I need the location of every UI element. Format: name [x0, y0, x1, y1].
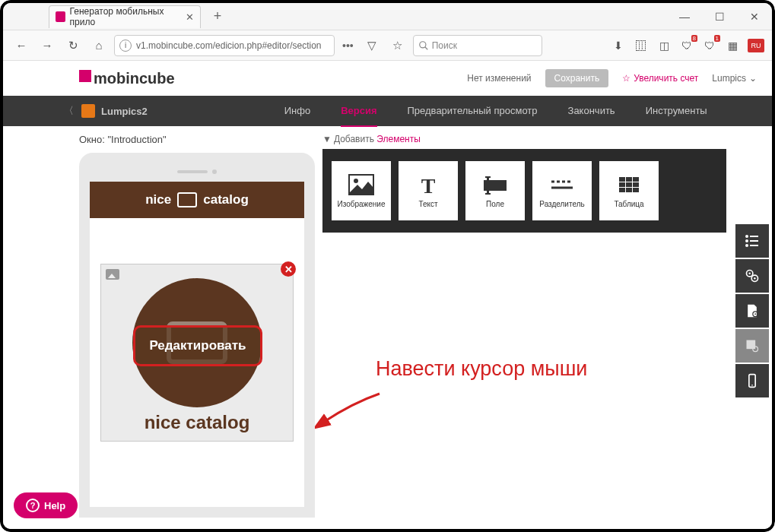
logo-text: mobincube: [94, 70, 175, 87]
header-logo-icon: [177, 192, 197, 207]
svg-point-24: [748, 272, 751, 274]
svg-rect-20: [750, 240, 758, 242]
tab-favicon: [56, 11, 65, 22]
bookmark-star-icon[interactable]: ☆: [387, 35, 408, 56]
star-icon: ☆: [622, 73, 630, 84]
app-header: mobincube Нет изменений Сохранить ☆Увели…: [3, 61, 772, 96]
svg-rect-13: [633, 182, 639, 187]
library-icon[interactable]: ⿲: [634, 38, 649, 53]
downloads-icon[interactable]: ⬇: [611, 38, 626, 53]
page-actions-icon[interactable]: •••: [342, 40, 354, 52]
sidebar-icon[interactable]: ◫: [656, 38, 672, 53]
window-minimize-icon[interactable]: —: [667, 3, 702, 30]
element-field[interactable]: Поле: [465, 161, 525, 220]
app-preview-header: nice catalog: [90, 182, 304, 218]
ext-lang-icon[interactable]: RU: [748, 39, 764, 52]
svg-point-0: [419, 41, 425, 47]
page-content: mobincube Нет изменений Сохранить ☆Увели…: [3, 61, 772, 529]
svg-rect-12: [626, 182, 632, 187]
upgrade-link[interactable]: ☆Увеличить счет: [622, 73, 698, 84]
elements-toolbar: Изображение T Текст Поле Разделитель Таб…: [322, 149, 726, 233]
add-elements-header[interactable]: ▼Добавить Элементы: [322, 134, 726, 144]
url-text: v1.mobincube.com/edicion.php#editor/sect…: [136, 40, 321, 51]
svg-point-19: [745, 239, 748, 242]
svg-rect-11: [619, 182, 625, 187]
phone-preview: nice catalog ✕ Редактировать nice catalo…: [79, 153, 315, 518]
text-icon: T: [415, 174, 441, 195]
url-input[interactable]: i v1.mobincube.com/edicion.php#editor/se…: [114, 35, 335, 56]
svg-rect-15: [626, 188, 632, 192]
svg-rect-8: [619, 177, 625, 182]
tab-version[interactable]: Версия: [341, 96, 376, 127]
tab-tools[interactable]: Инструменты: [646, 96, 707, 127]
svg-rect-10: [633, 177, 639, 182]
svg-rect-18: [750, 236, 758, 237]
nav-home-icon[interactable]: ⌂: [88, 35, 110, 56]
tab-info[interactable]: Инфо: [284, 96, 310, 127]
image-icon: [348, 174, 374, 195]
table-icon: [616, 174, 642, 195]
tool-settings[interactable]: [735, 259, 769, 293]
ext-menu-icon[interactable]: ▦: [725, 38, 740, 53]
nav-back-button[interactable]: 〈: [64, 104, 74, 118]
element-table[interactable]: Таблица: [599, 161, 659, 220]
window-title: Окно: "Introduction": [79, 134, 315, 145]
chevron-down-icon: ⌄: [749, 73, 757, 84]
logo-icon: [79, 70, 91, 82]
element-image[interactable]: Изображение: [332, 161, 391, 220]
element-text[interactable]: T Текст: [399, 161, 458, 220]
delete-button[interactable]: ✕: [281, 261, 296, 277]
search-placeholder: Поиск: [432, 40, 457, 51]
help-button[interactable]: ? Help: [14, 492, 78, 518]
window-maximize-icon[interactable]: ☐: [702, 3, 737, 30]
tool-mobile[interactable]: [735, 364, 769, 397]
triangle-down-icon: ▼: [322, 134, 332, 144]
svg-point-26: [754, 277, 756, 280]
browser-titlebar: Генератор мобильных прило ✕ + — ☐ ✕: [3, 3, 772, 30]
svg-point-28: [754, 313, 756, 315]
tab-finish[interactable]: Закончить: [568, 96, 615, 127]
save-button[interactable]: Сохранить: [545, 69, 609, 87]
help-icon: ?: [26, 499, 40, 512]
image-type-icon: [106, 269, 119, 280]
new-tab-button[interactable]: +: [207, 8, 228, 24]
app-icon: [81, 104, 95, 118]
image-card[interactable]: ✕ Редактировать nice catalog: [100, 264, 294, 442]
edit-button[interactable]: Редактировать: [133, 325, 262, 366]
ext-adblock-icon[interactable]: 🛡1: [702, 38, 717, 53]
card-label: nice catalog: [109, 412, 285, 433]
element-divider[interactable]: Разделитель: [532, 161, 592, 220]
ext-shield-icon[interactable]: 🛡8: [679, 38, 694, 53]
tool-grid[interactable]: [735, 329, 769, 363]
tool-list[interactable]: [735, 224, 769, 258]
app-name[interactable]: Lumpics2: [101, 106, 148, 117]
status-no-changes: Нет изменений: [467, 73, 531, 84]
address-bar: ← → ↻ ⌂ i v1.mobincube.com/edicion.php#e…: [3, 30, 772, 61]
nav-reload-icon[interactable]: ↻: [62, 35, 84, 56]
tool-page[interactable]: [735, 294, 769, 328]
svg-rect-5: [487, 177, 489, 194]
search-input[interactable]: Поиск: [413, 35, 542, 56]
divider-icon: [549, 174, 575, 195]
svg-rect-22: [750, 245, 758, 246]
annotation-arrow-icon: [315, 388, 383, 433]
user-menu[interactable]: Lumpics⌄: [712, 73, 757, 84]
svg-line-1: [424, 46, 427, 49]
tab-preview[interactable]: Предварительный просмотр: [408, 96, 538, 127]
logo[interactable]: mobincube: [79, 70, 175, 87]
window-close-icon[interactable]: ✕: [737, 3, 772, 30]
svg-point-3: [354, 179, 358, 183]
annotation-text: Навести курсор мыши: [376, 357, 587, 381]
nav-forward-icon[interactable]: →: [37, 35, 58, 56]
tab-title: Генератор мобильных прило: [70, 6, 179, 27]
svg-point-32: [751, 385, 753, 386]
svg-rect-14: [619, 188, 625, 192]
svg-point-17: [745, 235, 748, 238]
browser-tab[interactable]: Генератор мобильных прило ✕: [49, 5, 201, 28]
field-icon: [482, 174, 508, 195]
reader-icon[interactable]: ▽: [361, 35, 383, 56]
tab-close-icon[interactable]: ✕: [186, 11, 194, 23]
nav-back-icon[interactable]: ←: [11, 35, 32, 56]
search-icon: [418, 40, 429, 51]
site-info-icon[interactable]: i: [119, 40, 132, 52]
